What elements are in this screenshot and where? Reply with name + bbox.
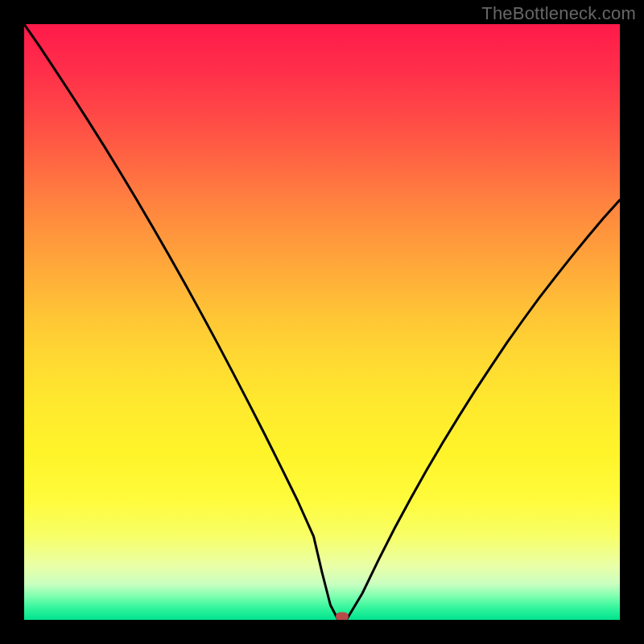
chart-frame: TheBottleneck.com	[0, 0, 644, 644]
bottleneck-curve	[24, 24, 620, 620]
watermark-text: TheBottleneck.com	[481, 3, 636, 24]
optimal-point-marker	[336, 613, 349, 620]
plot-area	[24, 24, 620, 620]
bottleneck-curve-svg	[24, 24, 620, 620]
